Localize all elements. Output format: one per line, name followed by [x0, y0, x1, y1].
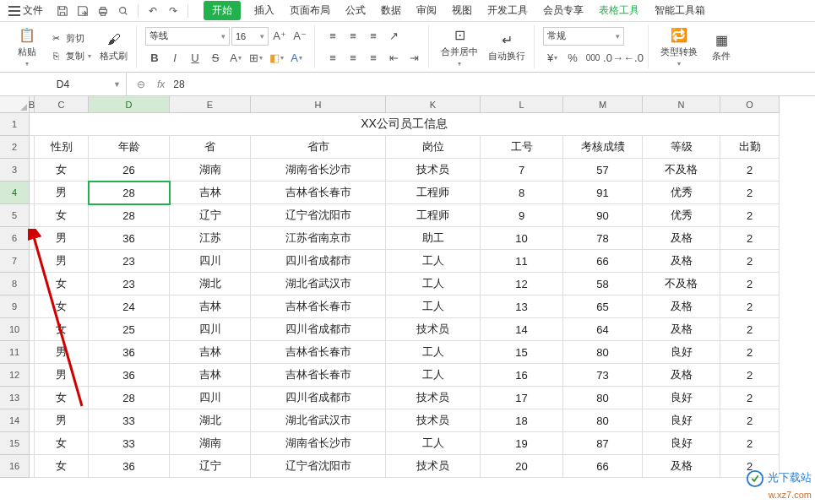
cell[interactable]: 女 — [35, 432, 89, 455]
comma-icon[interactable]: 000 — [584, 49, 602, 68]
border-button[interactable]: ⊞ — [247, 49, 265, 68]
cell[interactable]: 80 — [563, 409, 643, 432]
select-all-corner[interactable] — [0, 96, 30, 113]
cell[interactable]: 男 — [35, 364, 89, 387]
format-painter-button[interactable]: 🖌 格式刷 — [96, 30, 131, 64]
cell[interactable]: 2 — [720, 159, 780, 182]
cell[interactable]: 湖南 — [170, 159, 251, 182]
cell[interactable]: 2 — [720, 227, 780, 250]
cell[interactable]: 工程师 — [386, 182, 481, 204]
cell[interactable]: 2 — [720, 182, 780, 204]
copy-button[interactable]: ⎘复制▾ — [47, 48, 93, 63]
cell[interactable]: 湖南省长沙市 — [251, 159, 386, 182]
cell[interactable]: 16 — [481, 364, 563, 387]
number-format-select[interactable]: 常规▾ — [543, 27, 624, 46]
tab-layout[interactable]: 页面布局 — [288, 0, 332, 21]
type-convert-button[interactable]: 🔁 类型转换▾ — [657, 25, 701, 69]
file-menu[interactable]: 文件 — [3, 3, 48, 18]
tab-table-tools[interactable]: 表格工具 — [597, 0, 641, 21]
cell[interactable]: 吉林省长春市 — [251, 182, 386, 204]
col-header-N[interactable]: N — [643, 96, 720, 113]
row-header[interactable]: 8 — [0, 273, 30, 295]
col-header-H[interactable]: H — [251, 96, 386, 113]
cell[interactable]: 91 — [563, 182, 643, 204]
cell[interactable]: 24 — [89, 295, 170, 318]
cell[interactable]: 及格 — [643, 295, 720, 318]
cell[interactable]: 9 — [481, 204, 563, 227]
cell[interactable]: 良好 — [643, 341, 720, 364]
orientation-icon[interactable]: ↗ — [384, 27, 403, 46]
col-header-C[interactable]: C — [35, 96, 89, 113]
name-box[interactable]: D4 ▼ — [0, 73, 127, 95]
cell[interactable]: 湖南 — [170, 432, 251, 455]
cell[interactable]: 四川省成都市 — [251, 387, 386, 409]
currency-icon[interactable]: ¥ — [543, 49, 562, 68]
cell[interactable]: 技术员 — [386, 387, 481, 409]
cell[interactable]: 吉林 — [170, 182, 251, 204]
cell[interactable]: 江苏 — [170, 227, 251, 250]
undo-icon[interactable]: ↶ — [144, 2, 162, 20]
header-cell[interactable]: 年龄 — [89, 136, 170, 159]
indent-inc-icon[interactable]: ⇥ — [405, 49, 423, 68]
cell[interactable]: 66 — [563, 455, 643, 478]
formula-value[interactable]: 28 — [173, 79, 184, 90]
align-center-icon[interactable]: ≡ — [344, 49, 362, 68]
cell[interactable]: 男 — [35, 182, 89, 204]
cell[interactable]: 28 — [89, 387, 170, 409]
cell[interactable]: 12 — [481, 273, 563, 295]
cell[interactable]: 工人 — [386, 273, 481, 295]
redo-icon[interactable]: ↷ — [164, 2, 182, 20]
cell[interactable]: 2 — [720, 364, 780, 387]
cell[interactable]: 及格 — [643, 318, 720, 341]
cell[interactable]: 女 — [35, 387, 89, 409]
autowrap-button[interactable]: ↵ 自动换行 — [485, 30, 529, 64]
col-header-M[interactable]: M — [563, 96, 643, 113]
align-right-icon[interactable]: ≡ — [364, 49, 383, 68]
valign-bot-icon[interactable]: ≡ — [364, 27, 383, 46]
font-size-select[interactable]: 16▾ — [231, 27, 269, 46]
cell[interactable]: 四川省成都市 — [251, 250, 386, 273]
cell[interactable]: 36 — [89, 455, 170, 478]
paste-button[interactable]: 📋 粘贴 ▾ — [10, 25, 44, 69]
cell[interactable]: 17 — [481, 387, 563, 409]
cell[interactable]: 58 — [563, 273, 643, 295]
cell[interactable]: 20 — [481, 455, 563, 478]
cell[interactable]: 男 — [35, 409, 89, 432]
cell[interactable]: 及格 — [643, 455, 720, 478]
cell[interactable]: 优秀 — [643, 204, 720, 227]
cell[interactable]: 36 — [89, 227, 170, 250]
row-header[interactable]: 4 — [0, 182, 30, 204]
strikethrough-button[interactable]: S — [206, 49, 225, 68]
cell[interactable]: 工程师 — [386, 204, 481, 227]
cell[interactable]: 湖北省武汉市 — [251, 409, 386, 432]
bold-button[interactable]: B — [145, 49, 164, 68]
cell[interactable]: 吉林省长春市 — [251, 295, 386, 318]
tab-review[interactable]: 审阅 — [415, 0, 438, 21]
cell[interactable]: 吉林省长春市 — [251, 341, 386, 364]
cell[interactable]: 四川省成都市 — [251, 318, 386, 341]
cell[interactable]: 73 — [563, 364, 643, 387]
row-header[interactable]: 5 — [0, 204, 30, 227]
cell[interactable]: 90 — [563, 204, 643, 227]
cell[interactable]: 28 — [89, 204, 170, 227]
header-cell[interactable]: 等级 — [643, 136, 720, 159]
cell[interactable]: 湖南省长沙市 — [251, 432, 386, 455]
cell[interactable]: 33 — [89, 409, 170, 432]
cell[interactable]: 80 — [563, 387, 643, 409]
cell[interactable]: 13 — [481, 295, 563, 318]
cell[interactable]: 女 — [35, 159, 89, 182]
cell[interactable]: 28 — [89, 182, 170, 204]
cell[interactable]: 7 — [481, 159, 563, 182]
row-header[interactable]: 7 — [0, 250, 30, 273]
cell[interactable]: 80 — [563, 341, 643, 364]
col-header-E[interactable]: E — [170, 96, 251, 113]
cell[interactable]: 2 — [720, 432, 780, 455]
col-header-K[interactable]: K — [386, 96, 481, 113]
row-header[interactable]: 15 — [0, 432, 30, 455]
cell[interactable]: 2 — [720, 295, 780, 318]
dec-inc-icon[interactable]: .0→ — [604, 49, 622, 68]
cell[interactable]: 2 — [720, 318, 780, 341]
cell[interactable]: 四川 — [170, 318, 251, 341]
row-header[interactable]: 13 — [0, 387, 30, 409]
font-grow-icon[interactable]: A⁺ — [270, 27, 289, 46]
